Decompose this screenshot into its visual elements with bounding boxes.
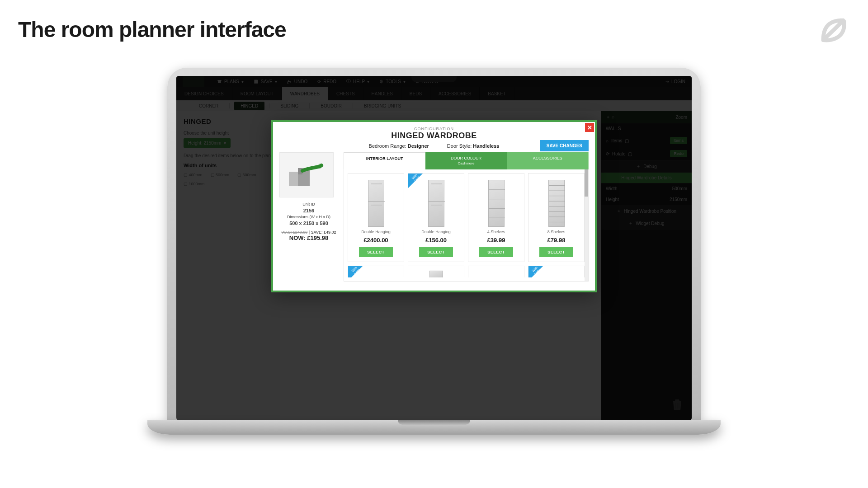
product-image: [351, 177, 401, 227]
product-image: [531, 177, 581, 227]
laptop-mockup: PLANS ▾ SAVE ▾ UNDO ⟳REDO ⓘHELP ▾ ⚙TOOLS…: [147, 68, 721, 435]
price-box: WAS: £240.00 | SAVE: £49.02 NOW: £195.98: [279, 230, 338, 241]
product-name: Double Hanging: [351, 230, 401, 234]
select-button[interactable]: SELECT: [479, 247, 513, 257]
product-price: £39.99: [471, 237, 521, 244]
select-button[interactable]: SELECT: [419, 247, 453, 257]
scrollbar[interactable]: [585, 169, 588, 281]
product-name: 4 Shelves: [471, 230, 521, 234]
with-light-badge: With Light: [528, 266, 543, 277]
cfgtab-accessories[interactable]: ACCESSORIES: [507, 152, 589, 169]
product-name: 8 Shelves: [531, 230, 581, 234]
configuration-modal: ✕ CONFIGURATION HINGED WARDROBE Bedroom …: [271, 120, 597, 292]
unit-thumbnail: [279, 152, 334, 197]
svg-rect-0: [289, 172, 298, 186]
product-name: Double Hanging: [411, 230, 461, 234]
product-card-peek[interactable]: With Light: [528, 266, 585, 277]
with-light-badge: With Light: [408, 174, 423, 188]
product-card-peek[interactable]: With Light: [348, 266, 404, 277]
cfgtab-interior-layout[interactable]: INTERIOR LAYOUT: [344, 152, 425, 169]
product-card[interactable]: 4 Shelves £39.99 SELECT: [468, 173, 524, 262]
modal-overline: CONFIGURATION: [278, 127, 590, 131]
product-price: £2400.00: [351, 237, 401, 244]
save-changes-button[interactable]: SAVE CHANGES: [540, 140, 589, 151]
product-card[interactable]: 8 Shelves £79.98 SELECT: [528, 173, 585, 262]
product-card[interactable]: With Light Double Hanging £156.00 SELECT: [408, 173, 464, 262]
modal-title: HINGED WARDROBE: [278, 131, 590, 141]
cfgtab-door-colour[interactable]: DOOR COLOUR Cashmere: [425, 152, 507, 169]
unit-summary: Unit ID 2156 Dimensions (W x H x D) 500 …: [279, 152, 338, 282]
product-card[interactable]: Double Hanging £2400.00 SELECT: [348, 173, 404, 262]
slide-title: The room planner interface: [18, 17, 286, 42]
close-button[interactable]: ✕: [585, 123, 594, 132]
product-grid: Double Hanging £2400.00 SELECT With Ligh…: [348, 173, 585, 262]
product-card-peek[interactable]: [408, 266, 464, 277]
select-button[interactable]: SELECT: [359, 247, 393, 257]
product-price: £156.00: [411, 237, 461, 244]
product-price: £79.98: [531, 237, 581, 244]
product-card-peek[interactable]: [468, 266, 524, 277]
brand-leaf-icon: [818, 15, 850, 47]
with-light-badge: With Light: [348, 266, 363, 277]
product-image: [471, 177, 521, 227]
select-button[interactable]: SELECT: [539, 247, 573, 257]
unit-id: 2156: [279, 207, 338, 214]
config-tabs: INTERIOR LAYOUT DOOR COLOUR Cashmere ACC…: [344, 152, 589, 169]
unit-dimensions: 500 x 2150 x 590: [279, 220, 338, 226]
close-icon: ✕: [587, 124, 592, 131]
